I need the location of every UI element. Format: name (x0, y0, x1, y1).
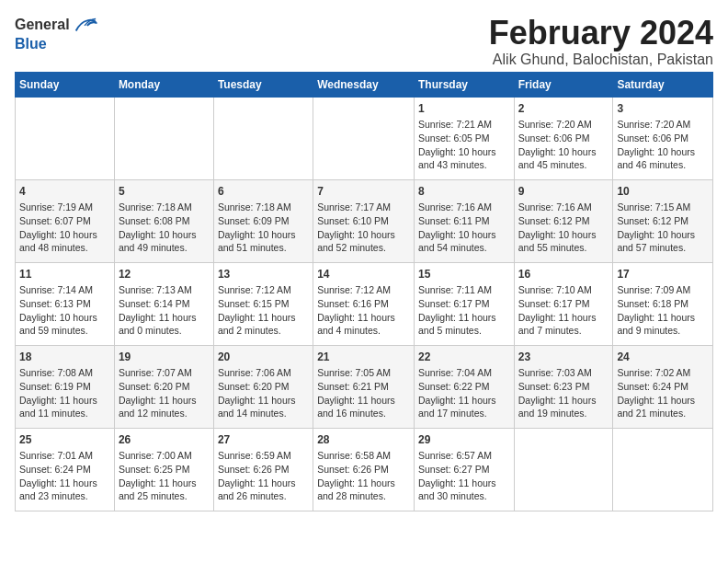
day-info: Sunrise: 6:58 AM (317, 449, 410, 463)
day-info: Daylight: 11 hours (19, 477, 110, 490)
day-info: Sunset: 6:24 PM (19, 463, 110, 477)
day-info: Daylight: 11 hours (617, 394, 709, 408)
day-info: and 9 minutes. (617, 324, 709, 338)
day-number: 4 (19, 184, 110, 200)
day-number: 19 (119, 350, 210, 365)
day-info: Sunrise: 7:00 AM (119, 449, 210, 463)
day-info: Sunset: 6:15 PM (218, 297, 309, 311)
day-info: Sunset: 6:16 PM (317, 297, 410, 311)
day-number: 1 (418, 101, 510, 117)
day-number: 28 (317, 432, 410, 448)
calendar-cell: 20Sunrise: 7:06 AMSunset: 6:20 PMDayligh… (213, 345, 313, 428)
calendar-cell: 28Sunrise: 6:58 AMSunset: 6:26 PMDayligh… (313, 428, 415, 511)
calendar-table: SundayMondayTuesdayWednesdayThursdayFrid… (15, 72, 713, 511)
day-info: Sunrise: 7:18 AM (218, 201, 309, 214)
calendar-cell: 22Sunrise: 7:04 AMSunset: 6:22 PMDayligh… (414, 345, 514, 428)
day-info: and 59 minutes. (19, 324, 110, 338)
day-info: Daylight: 11 hours (218, 394, 309, 408)
day-info: Sunset: 6:13 PM (19, 297, 110, 311)
day-number: 9 (518, 184, 609, 200)
day-info: Sunrise: 7:07 AM (119, 366, 210, 380)
day-info: Daylight: 10 hours (518, 228, 609, 242)
day-info: Daylight: 11 hours (418, 477, 510, 490)
day-info: Daylight: 10 hours (617, 228, 709, 242)
calendar-cell (514, 428, 613, 511)
weekday-header-wednesday: Wednesday (313, 72, 415, 97)
day-number: 17 (617, 267, 709, 282)
calendar-week-row: 25Sunrise: 7:01 AMSunset: 6:24 PMDayligh… (16, 428, 713, 511)
day-info: and 5 minutes. (418, 324, 510, 338)
day-number: 14 (317, 267, 410, 282)
day-info: and 14 minutes. (218, 407, 309, 420)
day-info: and 2 minutes. (218, 324, 309, 338)
day-info: Sunset: 6:06 PM (518, 132, 609, 145)
day-info: Sunrise: 6:57 AM (418, 449, 510, 463)
calendar-week-row: 11Sunrise: 7:14 AMSunset: 6:13 PMDayligh… (16, 262, 713, 345)
calendar-cell: 29Sunrise: 6:57 AMSunset: 6:27 PMDayligh… (414, 428, 514, 511)
day-info: Daylight: 11 hours (617, 311, 709, 325)
calendar-cell: 11Sunrise: 7:14 AMSunset: 6:13 PMDayligh… (16, 262, 115, 345)
calendar-cell: 12Sunrise: 7:13 AMSunset: 6:14 PMDayligh… (114, 262, 213, 345)
calendar-cell: 15Sunrise: 7:11 AMSunset: 6:17 PMDayligh… (414, 262, 514, 345)
day-info: Daylight: 11 hours (317, 311, 410, 325)
day-info: Sunset: 6:18 PM (617, 297, 709, 311)
day-number: 15 (418, 267, 510, 282)
calendar-cell: 19Sunrise: 7:07 AMSunset: 6:20 PMDayligh… (114, 345, 213, 428)
day-info: Sunrise: 7:04 AM (418, 366, 510, 380)
day-info: Daylight: 11 hours (119, 477, 210, 490)
calendar-title: February 2024 (489, 15, 713, 52)
day-info: and 11 minutes. (19, 407, 110, 420)
day-info: Sunset: 6:21 PM (317, 380, 410, 394)
day-info: and 19 minutes. (518, 407, 609, 420)
day-number: 13 (218, 267, 309, 282)
day-info: Sunset: 6:26 PM (218, 463, 309, 477)
day-info: Sunrise: 7:12 AM (218, 283, 309, 297)
calendar-cell: 6Sunrise: 7:18 AMSunset: 6:09 PMDaylight… (213, 179, 313, 262)
day-info: Sunrise: 7:13 AM (119, 283, 210, 297)
calendar-cell (613, 428, 713, 511)
weekday-header-monday: Monday (114, 72, 213, 97)
logo-blue-text: Blue (15, 36, 47, 52)
day-info: Sunrise: 7:09 AM (617, 283, 709, 297)
day-info: Sunrise: 7:18 AM (119, 201, 210, 214)
day-info: Sunrise: 7:15 AM (617, 201, 709, 214)
logo: General Blue (15, 15, 97, 53)
day-info: and 26 minutes. (218, 489, 309, 503)
day-info: Daylight: 10 hours (518, 145, 609, 159)
day-info: and 54 minutes. (418, 241, 510, 255)
day-info: Daylight: 11 hours (119, 311, 210, 325)
day-info: and 55 minutes. (518, 241, 609, 255)
calendar-cell: 4Sunrise: 7:19 AMSunset: 6:07 PMDaylight… (16, 179, 115, 262)
calendar-cell (114, 97, 213, 179)
calendar-cell: 14Sunrise: 7:12 AMSunset: 6:16 PMDayligh… (313, 262, 415, 345)
day-info: and 28 minutes. (317, 489, 410, 503)
calendar-cell: 26Sunrise: 7:00 AMSunset: 6:25 PMDayligh… (114, 428, 213, 511)
day-info: and 30 minutes. (418, 489, 510, 503)
day-number: 22 (418, 350, 510, 365)
title-section: February 2024 Alik Ghund, Balochistan, P… (489, 15, 713, 68)
calendar-cell: 8Sunrise: 7:16 AMSunset: 6:11 PMDaylight… (414, 179, 514, 262)
day-info: Sunset: 6:22 PM (418, 380, 510, 394)
day-info: Daylight: 10 hours (19, 228, 110, 242)
calendar-cell: 24Sunrise: 7:02 AMSunset: 6:24 PMDayligh… (613, 345, 713, 428)
day-info: Daylight: 10 hours (317, 228, 410, 242)
day-info: Sunset: 6:20 PM (119, 380, 210, 394)
day-number: 3 (617, 101, 709, 117)
day-info: Sunset: 6:27 PM (418, 463, 510, 477)
day-info: Sunset: 6:19 PM (19, 380, 110, 394)
weekday-header-thursday: Thursday (414, 72, 514, 97)
weekday-header-sunday: Sunday (16, 72, 115, 97)
day-info: Sunset: 6:25 PM (119, 463, 210, 477)
day-number: 18 (19, 350, 110, 365)
day-info: and 43 minutes. (418, 158, 510, 172)
day-info: Daylight: 11 hours (418, 394, 510, 408)
day-info: Daylight: 10 hours (418, 228, 510, 242)
day-info: Daylight: 11 hours (518, 394, 609, 408)
day-info: Sunrise: 7:06 AM (218, 366, 309, 380)
day-info: Sunset: 6:11 PM (418, 214, 510, 228)
day-number: 10 (617, 184, 709, 200)
day-info: Sunrise: 7:08 AM (19, 366, 110, 380)
calendar-cell: 1Sunrise: 7:21 AMSunset: 6:05 PMDaylight… (414, 97, 514, 179)
day-info: Daylight: 11 hours (218, 311, 309, 325)
day-info: Sunrise: 7:02 AM (617, 366, 709, 380)
